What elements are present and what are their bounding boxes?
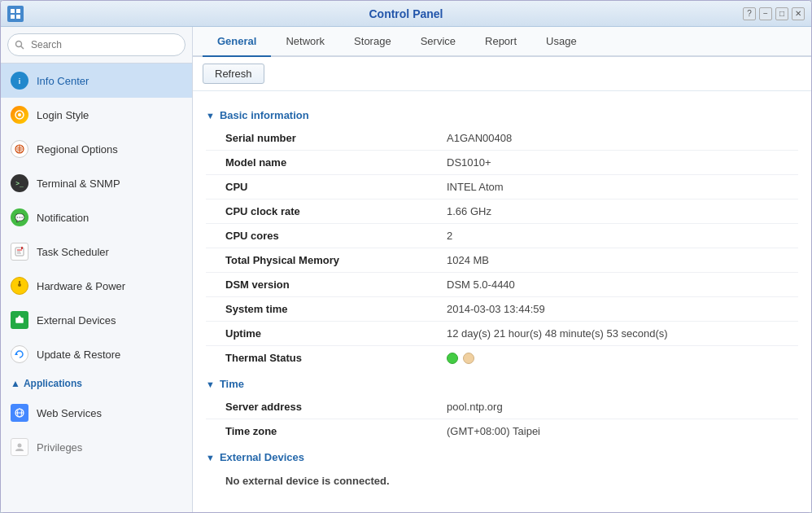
titlebar: Control Panel ? − □ ✕ bbox=[1, 1, 811, 27]
search-input[interactable] bbox=[7, 33, 186, 56]
task-scheduler-icon bbox=[11, 243, 28, 261]
basic-info-table: Serial number A1GAN00408 Model name DS10… bbox=[206, 126, 798, 370]
time-arrow: ▼ bbox=[206, 379, 215, 389]
field-label: CPU clock rate bbox=[206, 200, 434, 224]
tab-general[interactable]: General bbox=[203, 27, 271, 57]
svg-text:i: i bbox=[19, 77, 21, 86]
field-label: DSM version bbox=[206, 273, 434, 297]
svg-rect-3 bbox=[16, 15, 20, 19]
field-label: Thermal Status bbox=[206, 346, 434, 370]
svg-rect-20 bbox=[15, 318, 24, 323]
svg-rect-2 bbox=[11, 15, 15, 19]
table-row: System time 2014-03-03 13:44:59 bbox=[206, 297, 798, 322]
sidebar-item-login-style[interactable]: Login Style bbox=[1, 98, 192, 132]
tab-service[interactable]: Service bbox=[406, 27, 470, 57]
basic-info-section-header[interactable]: ▼ Basic information bbox=[206, 109, 798, 121]
time-section-title: Time bbox=[220, 378, 244, 390]
table-row: Server address pool.ntp.org bbox=[206, 395, 798, 419]
main-window: Control Panel ? − □ ✕ i Info Center bbox=[0, 0, 812, 513]
table-row: CPU INTEL Atom bbox=[206, 175, 798, 200]
sidebar-item-external-devices[interactable]: External Devices bbox=[1, 303, 192, 337]
titlebar-controls: ? − □ ✕ bbox=[743, 7, 805, 20]
login-style-icon bbox=[11, 106, 28, 124]
sidebar-item-label: External Devices bbox=[37, 314, 116, 327]
table-row: CPU clock rate 1.66 GHz bbox=[206, 200, 798, 224]
sidebar-item-label: Web Services bbox=[37, 407, 102, 419]
titlebar-left bbox=[7, 6, 24, 22]
external-devices-section-header[interactable]: ▼ External Devices bbox=[206, 451, 798, 463]
field-value: 2014-03-03 13:44:59 bbox=[434, 297, 798, 322]
sidebar-item-label: Task Scheduler bbox=[37, 246, 109, 258]
sidebar-item-label: Login Style bbox=[37, 109, 89, 121]
sidebar-item-web-services[interactable]: Web Services bbox=[1, 396, 192, 430]
field-value: DSM 5.0-4440 bbox=[434, 273, 798, 297]
field-value: (GMT+08:00) Taipei bbox=[434, 419, 798, 444]
sidebar-item-label: Terminal & SNMP bbox=[37, 178, 120, 190]
sidebar-item-label: Info Center bbox=[37, 75, 89, 87]
sidebar-items: i Info Center Login Style Regional bbox=[1, 64, 192, 512]
web-services-icon bbox=[11, 404, 28, 422]
help-button[interactable]: ? bbox=[743, 7, 756, 20]
basic-info-arrow: ▼ bbox=[206, 111, 215, 121]
hardware-power-icon bbox=[11, 277, 28, 295]
applications-section-header[interactable]: ▲ Applications bbox=[1, 371, 192, 396]
field-label: Server address bbox=[206, 395, 434, 419]
minimize-button[interactable]: − bbox=[759, 7, 772, 20]
notification-icon: 💬 bbox=[11, 208, 28, 226]
info-center-icon: i bbox=[11, 72, 28, 90]
thermal-status bbox=[447, 353, 785, 364]
sidebar-item-label: Regional Options bbox=[37, 143, 118, 156]
regional-options-icon bbox=[11, 140, 28, 158]
tab-network[interactable]: Network bbox=[271, 27, 339, 57]
field-label: Uptime bbox=[206, 322, 434, 346]
field-value: INTEL Atom bbox=[434, 175, 798, 200]
field-label: CPU bbox=[206, 175, 434, 200]
svg-point-7 bbox=[18, 113, 21, 116]
table-row: Serial number A1GAN00408 bbox=[206, 126, 798, 151]
field-label: Time zone bbox=[206, 419, 434, 444]
svg-point-18 bbox=[18, 283, 21, 287]
svg-marker-21 bbox=[17, 315, 22, 318]
sidebar-item-update-restore[interactable]: Update & Restore bbox=[1, 337, 192, 371]
field-value: A1GAN00408 bbox=[434, 126, 798, 151]
external-devices-title: External Devices bbox=[220, 451, 304, 463]
sidebar-item-label: Hardware & Power bbox=[37, 280, 125, 292]
tabs-bar: General Network Storage Service Report U… bbox=[193, 27, 811, 57]
tab-report[interactable]: Report bbox=[470, 27, 531, 57]
external-devices-arrow: ▼ bbox=[206, 453, 215, 463]
restore-button[interactable]: □ bbox=[775, 7, 788, 20]
refresh-button[interactable]: Refresh bbox=[203, 64, 264, 84]
table-row: DSM version DSM 5.0-4440 bbox=[206, 273, 798, 297]
table-row: Thermal Status bbox=[206, 346, 798, 370]
applications-label: Applications bbox=[24, 378, 82, 389]
field-label: Serial number bbox=[206, 126, 434, 151]
field-value: 2 bbox=[434, 224, 798, 248]
sidebar-item-notification[interactable]: 💬 Notification bbox=[1, 200, 192, 235]
sidebar-item-label: Privileges bbox=[37, 441, 82, 454]
sidebar-item-terminal-snmp[interactable]: >_ Terminal & SNMP bbox=[1, 166, 192, 200]
close-button[interactable]: ✕ bbox=[792, 7, 805, 20]
table-row: Uptime 12 day(s) 21 hour(s) 48 minute(s)… bbox=[206, 322, 798, 346]
tab-usage[interactable]: Usage bbox=[531, 27, 592, 57]
sidebar-item-info-center[interactable]: i Info Center bbox=[1, 64, 192, 98]
sidebar-item-hardware-power[interactable]: Hardware & Power bbox=[1, 269, 192, 303]
svg-rect-1 bbox=[16, 9, 20, 13]
sidebar-search-container bbox=[1, 27, 192, 64]
field-label: Total Physical Memory bbox=[206, 248, 434, 273]
sidebar-item-regional-options[interactable]: Regional Options bbox=[1, 132, 192, 166]
field-value: pool.ntp.org bbox=[434, 395, 798, 419]
sidebar-item-task-scheduler[interactable]: Task Scheduler bbox=[1, 235, 192, 269]
thermal-dot-orange bbox=[463, 353, 474, 364]
time-table: Server address pool.ntp.org Time zone (G… bbox=[206, 395, 798, 443]
time-section-header[interactable]: ▼ Time bbox=[206, 378, 798, 390]
field-value: 1.66 GHz bbox=[434, 200, 798, 224]
table-row: Total Physical Memory 1024 MB bbox=[206, 248, 798, 273]
svg-rect-16 bbox=[21, 247, 23, 249]
table-row: CPU cores 2 bbox=[206, 224, 798, 248]
thermal-status-cell bbox=[434, 346, 798, 370]
tab-storage[interactable]: Storage bbox=[339, 27, 406, 57]
sidebar-item-label: Update & Restore bbox=[37, 349, 120, 361]
sidebar-item-privileges[interactable]: Privileges bbox=[1, 430, 192, 464]
field-value: DS1010+ bbox=[434, 151, 798, 175]
field-label: Model name bbox=[206, 151, 434, 175]
